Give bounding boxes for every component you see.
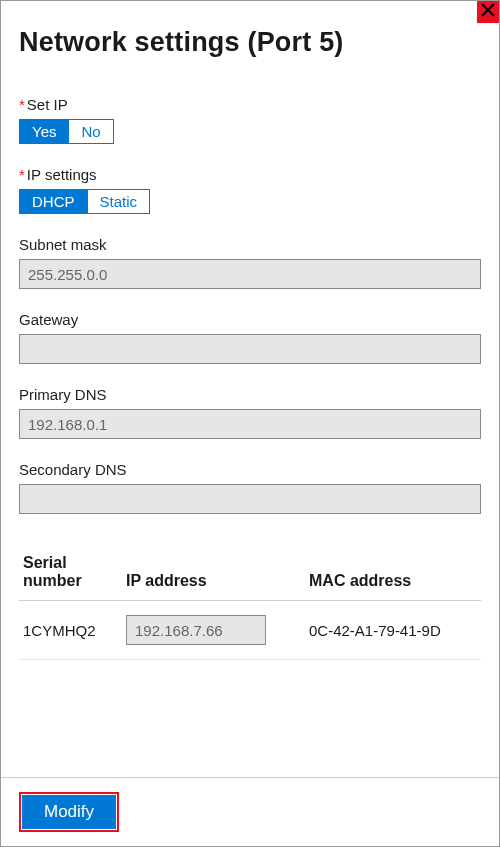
close-button[interactable] xyxy=(477,1,499,23)
required-marker: * xyxy=(19,96,25,113)
network-settings-panel: Network settings (Port 5) *Set IP Yes No… xyxy=(0,0,500,847)
secondary-dns-input[interactable] xyxy=(19,484,481,514)
field-subnet-mask: Subnet mask xyxy=(19,236,481,289)
field-primary-dns: Primary DNS xyxy=(19,386,481,439)
field-label-ip-settings: *IP settings xyxy=(19,166,481,183)
column-header-mac: MAC address xyxy=(305,544,481,601)
set-ip-label-text: Set IP xyxy=(27,96,68,113)
row-ip-input[interactable] xyxy=(126,615,266,645)
set-ip-option-yes[interactable]: Yes xyxy=(20,120,68,143)
column-header-serial: Serial number xyxy=(19,544,122,601)
ip-settings-label-text: IP settings xyxy=(27,166,97,183)
field-set-ip: *Set IP Yes No xyxy=(19,96,481,144)
mac-cell: 0C-42-A1-79-41-9D xyxy=(305,601,481,660)
serial-cell: 1CYMHQ2 xyxy=(19,601,122,660)
primary-dns-label: Primary DNS xyxy=(19,386,481,403)
ip-settings-option-static[interactable]: Static xyxy=(87,190,150,213)
secondary-dns-label: Secondary DNS xyxy=(19,461,481,478)
required-marker: * xyxy=(19,166,25,183)
gateway-label: Gateway xyxy=(19,311,481,328)
ip-settings-toggle: DHCP Static xyxy=(19,189,150,214)
field-secondary-dns: Secondary DNS xyxy=(19,461,481,514)
panel-title: Network settings (Port 5) xyxy=(19,27,481,58)
modify-button[interactable]: Modify xyxy=(22,795,116,829)
close-icon xyxy=(481,3,495,21)
primary-dns-input[interactable] xyxy=(19,409,481,439)
set-ip-toggle: Yes No xyxy=(19,119,114,144)
field-label-set-ip: *Set IP xyxy=(19,96,481,113)
column-header-ip: IP address xyxy=(122,544,305,601)
subnet-mask-label: Subnet mask xyxy=(19,236,481,253)
subnet-mask-input[interactable] xyxy=(19,259,481,289)
interfaces-table: Serial number IP address MAC address 1CY… xyxy=(19,544,481,660)
modify-button-highlight: Modify xyxy=(19,792,119,832)
gateway-input[interactable] xyxy=(19,334,481,364)
panel-footer: Modify xyxy=(1,777,499,846)
ip-cell xyxy=(122,601,305,660)
ip-settings-option-dhcp[interactable]: DHCP xyxy=(20,190,87,213)
field-gateway: Gateway xyxy=(19,311,481,364)
table-row: 1CYMHQ2 0C-42-A1-79-41-9D xyxy=(19,601,481,660)
set-ip-option-no[interactable]: No xyxy=(68,120,112,143)
field-ip-settings: *IP settings DHCP Static xyxy=(19,166,481,214)
